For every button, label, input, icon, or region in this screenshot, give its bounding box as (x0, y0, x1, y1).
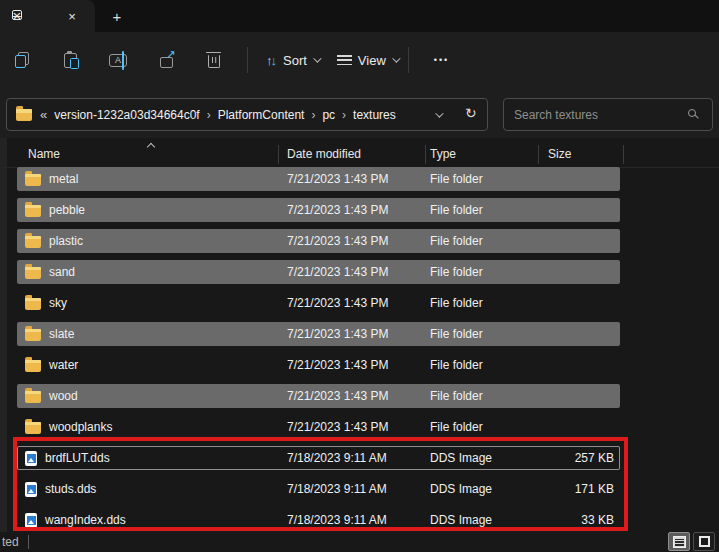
column-divider[interactable] (425, 145, 426, 164)
date-modified-cell: 7/18/2023 9:11 AM (287, 451, 387, 465)
chevron-down-icon (392, 54, 400, 62)
large-icons-view-icon (699, 536, 710, 547)
folder-icon (25, 267, 41, 279)
type-cell: File folder (430, 389, 483, 403)
date-modified-cell: 7/21/2023 1:43 PM (287, 327, 388, 341)
breadcrumb-textures[interactable]: textures (353, 108, 396, 122)
folder-row[interactable]: wood 7/21/2023 1:43 PM File folder (17, 384, 620, 408)
file-row[interactable]: brdfLUT.dds 7/18/2023 9:11 AM DDS Image … (17, 446, 620, 470)
chevron-down-icon (313, 54, 321, 62)
close-icon: × (13, 7, 22, 24)
file-name: pebble (49, 203, 85, 217)
size-cell: 257 KB (517, 451, 617, 465)
folder-icon (25, 236, 41, 248)
breadcrumb-platformcontent[interactable]: PlatformContent (218, 108, 305, 122)
column-header-size[interactable]: Size (548, 147, 571, 161)
file-row[interactable]: studs.dds 7/18/2023 9:11 AM DDS Image 17… (17, 477, 620, 501)
sort-ascending-icon (147, 143, 155, 151)
view-label: View (358, 53, 386, 68)
file-name: metal (49, 172, 78, 186)
column-divider[interactable] (278, 145, 279, 164)
delete-button[interactable] (198, 44, 230, 76)
file-name: slate (49, 327, 74, 341)
search-input[interactable]: Search textures (503, 98, 713, 131)
folder-row[interactable]: pebble 7/21/2023 1:43 PM File folder (17, 198, 620, 222)
folder-row[interactable]: plastic 7/21/2023 1:43 PM File folder (17, 229, 620, 253)
sort-label: Sort (283, 53, 307, 68)
date-modified-cell: 7/21/2023 1:43 PM (287, 420, 388, 434)
breadcrumb-separator-icon: › (342, 108, 346, 122)
folder-icon (25, 205, 41, 217)
type-cell: File folder (430, 296, 483, 310)
folder-row[interactable]: metal 7/21/2023 1:43 PM File folder (17, 167, 620, 191)
share-icon: ↗ (160, 57, 173, 68)
breadcrumb-overflow-button[interactable]: « (40, 107, 47, 122)
date-modified-cell: 7/18/2023 9:11 AM (287, 482, 387, 496)
date-modified-cell: 7/21/2023 1:43 PM (287, 172, 388, 186)
paste-button[interactable] (54, 44, 86, 76)
toolbar-separator (408, 47, 409, 73)
sort-down-arrow: ↓ (271, 53, 278, 68)
close-button[interactable]: × (0, 0, 34, 30)
dds-file-icon (25, 482, 37, 497)
large-icons-view-button[interactable] (693, 532, 715, 551)
folder-row[interactable]: sky 7/21/2023 1:43 PM File folder (17, 291, 620, 315)
view-button[interactable]: View (328, 44, 407, 76)
type-cell: File folder (430, 358, 483, 372)
refresh-button[interactable]: ↻ (465, 105, 477, 121)
date-modified-cell: 7/21/2023 1:43 PM (287, 358, 388, 372)
date-modified-cell: 7/21/2023 1:43 PM (287, 203, 388, 217)
type-cell: File folder (430, 420, 483, 434)
type-cell: DDS Image (430, 513, 492, 527)
details-view-button[interactable] (668, 532, 690, 551)
file-row[interactable]: wangIndex.dds 7/18/2023 9:11 AM DDS Imag… (17, 508, 620, 532)
folder-row[interactable]: sand 7/21/2023 1:43 PM File folder (17, 260, 620, 284)
location-folder-icon[interactable] (16, 109, 32, 121)
breadcrumb-pc[interactable]: pc (322, 108, 335, 122)
folder-icon (25, 174, 41, 186)
column-divider[interactable] (538, 145, 539, 164)
folder-row[interactable]: woodplanks 7/21/2023 1:43 PM File folder (17, 415, 620, 439)
type-cell: File folder (430, 327, 483, 341)
dds-file-icon (25, 513, 37, 528)
details-view-icon (673, 536, 686, 548)
folder-row[interactable]: slate 7/21/2023 1:43 PM File folder (17, 322, 620, 346)
copy-button[interactable] (6, 44, 38, 76)
file-name: wangIndex.dds (45, 513, 126, 527)
type-cell: File folder (430, 172, 483, 186)
tab-close-icon[interactable]: × (62, 7, 82, 25)
selection-status-text: ted (2, 535, 19, 549)
dds-file-icon (25, 451, 37, 466)
share-button[interactable]: ↗ (150, 44, 182, 76)
new-tab-button[interactable]: + (106, 6, 128, 26)
folder-icon (25, 422, 41, 434)
status-bar: ted (0, 532, 719, 552)
column-header-name[interactable]: Name (28, 147, 60, 161)
breadcrumb-separator-icon: › (311, 108, 315, 122)
sort-arrows-icon: ↑↓ (266, 53, 277, 68)
size-cell: 33 KB (517, 513, 617, 527)
address-bar[interactable]: « version-1232a03d34664c0f › PlatformCon… (6, 98, 488, 131)
file-name: brdfLUT.dds (45, 451, 110, 465)
sort-button[interactable]: ↑↓ Sort (257, 44, 328, 76)
file-name: water (49, 358, 78, 372)
column-header-date-modified[interactable]: Date modified (287, 147, 361, 161)
rename-button[interactable]: A (102, 44, 134, 76)
file-name: plastic (49, 234, 83, 248)
breadcrumb-separator-icon: › (207, 108, 211, 122)
file-name: sand (49, 265, 75, 279)
command-bar: A ↗ ↑↓ Sort View ••• (0, 32, 719, 88)
column-divider[interactable] (623, 145, 624, 164)
folder-row[interactable]: water 7/21/2023 1:43 PM File folder (17, 353, 620, 377)
folder-icon (25, 298, 41, 310)
folder-icon (25, 391, 41, 403)
see-more-button[interactable]: ••• (424, 44, 459, 76)
paste-icon (64, 53, 77, 68)
size-cell: 171 KB (517, 482, 617, 496)
file-name: studs.dds (45, 482, 96, 496)
status-separator (28, 535, 29, 549)
copy-icon (14, 52, 30, 68)
breadcrumb-version[interactable]: version-1232a03d34664c0f (54, 108, 199, 122)
address-dropdown-chevron-icon[interactable] (435, 109, 443, 117)
column-header-type[interactable]: Type (430, 147, 456, 161)
